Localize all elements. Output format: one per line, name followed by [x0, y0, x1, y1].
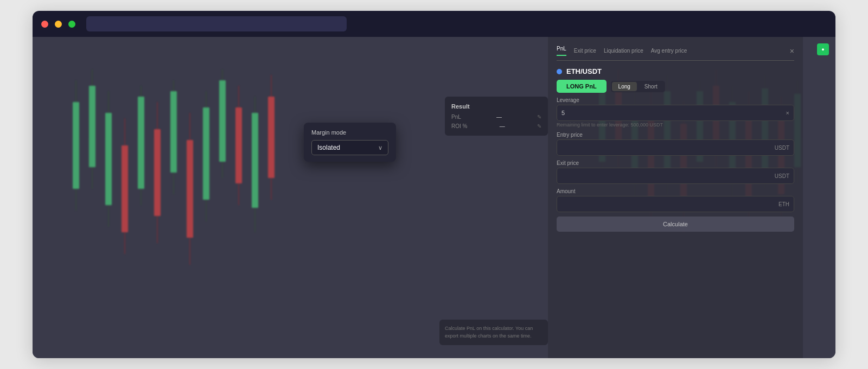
svg-rect-5: [105, 113, 112, 205]
status-badge-text: ●: [821, 47, 824, 52]
entry-price-value: USDT: [775, 145, 789, 151]
svg-rect-15: [187, 140, 193, 238]
leverage-label: Leverage: [557, 97, 794, 103]
margin-mode-label: Margin mode: [311, 129, 388, 136]
result-title: Result: [451, 103, 541, 110]
exit-price-field-group: Exit price USDT: [557, 160, 794, 184]
leverage-icon: ×: [786, 110, 789, 116]
calculate-button[interactable]: Calculate: [557, 217, 794, 232]
leverage-field-group: Leverage 5 × Remaining limit to enter le…: [557, 97, 794, 128]
margin-mode-selected-value: Isolated: [317, 144, 340, 151]
url-bar[interactable]: [86, 16, 347, 31]
leverage-value: 5: [561, 110, 565, 116]
calc-result-text: Calculate PnL on this calculator. You ca…: [445, 325, 542, 340]
tab-pnl[interactable]: PnL: [557, 46, 566, 56]
close-panel-button[interactable]: ×: [790, 47, 794, 55]
minimize-traffic-light[interactable]: [55, 21, 62, 28]
tab-avg-entry[interactable]: Avg entry price: [651, 48, 687, 54]
entry-price-input-wrapper[interactable]: USDT: [557, 139, 794, 156]
short-toggle-button[interactable]: Short: [638, 82, 664, 91]
amount-input-wrapper[interactable]: ETH: [557, 196, 794, 212]
amount-value: ETH: [778, 201, 789, 207]
status-badge: ●: [817, 43, 829, 55]
margin-mode-dropdown-popup: Margin mode Isolated ∨: [304, 123, 396, 162]
result-pnl-edit[interactable]: ✎: [537, 114, 541, 120]
svg-rect-25: [268, 97, 275, 178]
browser-titlebar: [33, 11, 835, 37]
svg-rect-3: [89, 86, 95, 167]
action-row: LONG PnL Long Short: [557, 80, 794, 93]
exit-price-label: Exit price: [557, 160, 794, 166]
result-roi-val: —: [500, 123, 505, 129]
svg-rect-1: [73, 102, 79, 189]
result-section: Result PnL — ✎ ROI % — ✎: [445, 97, 548, 136]
result-roi-row: ROI % — ✎: [451, 123, 541, 129]
tab-liquidation-price[interactable]: Liquidation price: [604, 48, 643, 54]
margin-mode-select[interactable]: Isolated ∨: [311, 140, 388, 155]
result-pnl-row: PnL — ✎: [451, 114, 541, 120]
result-pnl-val: —: [496, 114, 502, 120]
leverage-hint: Remaining limit to enter leverage: 500,0…: [557, 122, 794, 128]
svg-rect-9: [138, 97, 144, 189]
trading-panel: PnL Exit price Liquidation price Avg ent…: [548, 37, 803, 358]
entry-price-field-group: Entry price USDT: [557, 132, 794, 156]
svg-rect-13: [170, 91, 177, 173]
pair-indicator-dot: [557, 69, 562, 74]
exit-price-input-wrapper[interactable]: USDT: [557, 168, 794, 184]
close-traffic-light[interactable]: [41, 21, 48, 28]
svg-rect-23: [252, 113, 258, 208]
exit-price-value: USDT: [775, 173, 789, 179]
calc-result-box: Calculate PnL on this calculator. You ca…: [439, 320, 548, 345]
result-roi-key: ROI %: [451, 123, 467, 129]
amount-label: Amount: [557, 188, 794, 194]
pair-name: ETH/USDT: [566, 67, 602, 75]
long-short-toggle: Long Short: [611, 81, 665, 92]
entry-price-label: Entry price: [557, 132, 794, 138]
leverage-input-wrapper: 5 ×: [557, 105, 794, 121]
browser-content: PnL Exit price Liquidation price Avg ent…: [33, 37, 835, 358]
pair-row: ETH/USDT: [557, 67, 794, 75]
margin-mode-chevron-icon: ∨: [378, 144, 382, 151]
svg-rect-21: [235, 107, 242, 183]
tab-exit-price[interactable]: Exit price: [574, 48, 596, 54]
svg-rect-11: [154, 129, 161, 216]
svg-rect-17: [203, 107, 209, 200]
amount-field-group: Amount ETH: [557, 188, 794, 212]
browser-window: PnL Exit price Liquidation price Avg ent…: [33, 11, 835, 358]
svg-rect-19: [219, 80, 226, 162]
result-pnl-key: PnL: [451, 114, 461, 120]
maximize-traffic-light[interactable]: [68, 21, 75, 28]
long-pnl-button[interactable]: LONG PnL: [557, 80, 607, 93]
result-roi-edit[interactable]: ✎: [537, 123, 541, 129]
panel-tabs: PnL Exit price Liquidation price Avg ent…: [557, 46, 794, 61]
svg-rect-7: [122, 145, 128, 232]
long-toggle-button[interactable]: Long: [612, 82, 637, 91]
